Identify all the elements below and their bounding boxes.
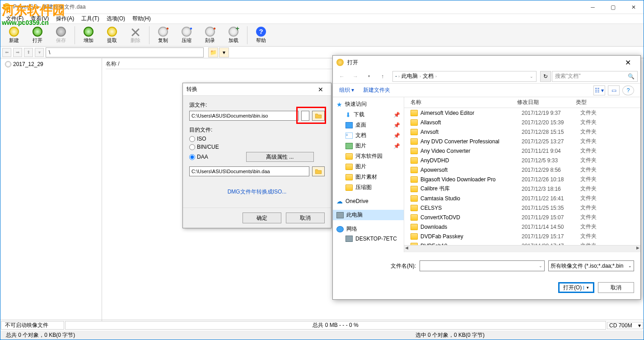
new-folder-button[interactable]: 新建文件夹 (363, 86, 390, 94)
toolbar-delete[interactable]: 删除 (124, 25, 147, 46)
file-row[interactable]: Allavsoft2017/12/20 15:39文件夹 (404, 118, 640, 127)
tree-documents[interactable]: ≡文档📌 (333, 130, 404, 141)
file-row[interactable]: Bigasoft Video Downloader Pro2017/12/26 … (404, 175, 640, 184)
file-row[interactable]: Camtasia Studio2017/11/22 16:41文件夹 (404, 194, 640, 203)
tree-compressed[interactable]: 压缩图 (333, 182, 404, 193)
open-nav-forward[interactable]: → (349, 71, 362, 82)
menu-tools[interactable]: 工具(T) (78, 14, 103, 24)
crumb-pc[interactable]: 此电脑 (401, 72, 418, 80)
toolbar-new[interactable]: 新建 (2, 25, 26, 46)
target-browse-button[interactable] (312, 166, 325, 176)
tree-pic-material[interactable]: 图片素材 (333, 172, 404, 182)
open-close-button[interactable]: ✕ (619, 58, 637, 67)
open-cancel-button[interactable]: 取消 (598, 282, 634, 293)
convert-ok-button[interactable]: 确定 (243, 212, 281, 223)
open-button[interactable]: 打开(O)▼ (558, 282, 594, 293)
close-button[interactable]: ✕ (623, 0, 644, 14)
horizontal-scrollbar[interactable] (404, 245, 640, 252)
open-tree: ★快速访问 ⬇下载📌 桌面📌 ≡文档📌 图片📌 河东软件园 图片 图片素材 压缩… (333, 97, 404, 252)
search-input[interactable]: 搜索"文档" 🔍 (552, 71, 638, 82)
breadcrumb[interactable]: › 此电脑 › 文档 › ⌄ (392, 71, 537, 82)
chevron-down-icon[interactable]: ⌄ (530, 74, 533, 79)
col-type[interactable]: 类型 (576, 99, 612, 106)
open-dropdown-icon[interactable]: ▼ (583, 286, 589, 290)
tree-quick-access[interactable]: ★快速访问 (333, 99, 404, 109)
radio-daa[interactable] (189, 154, 195, 160)
maximize-button[interactable]: ▢ (603, 0, 623, 14)
folder-icon (411, 119, 418, 126)
nav-folder-icon[interactable]: 📁 (208, 47, 218, 57)
tree-downloads[interactable]: ⬇下载📌 (333, 109, 404, 120)
file-row[interactable]: DVDFab102017/11/20 17:47文件夹 (404, 241, 640, 245)
file-row[interactable]: Anvsoft2017/12/28 15:15文件夹 (404, 127, 640, 137)
file-row[interactable]: CELSYS2017/11/25 15:35文件夹 (404, 203, 640, 212)
nav-up[interactable]: ⬆ (24, 48, 33, 57)
toolbar-open[interactable]: 打开 (26, 25, 49, 46)
source-dropdown[interactable] (301, 111, 309, 121)
minimize-button[interactable]: ─ (583, 0, 603, 14)
filename-input[interactable]: ⌄ (420, 260, 545, 271)
file-row[interactable]: Any DVD Converter Professional2017/12/25… (404, 137, 640, 146)
nav-back[interactable]: ⬅ (2, 48, 11, 57)
target-input[interactable] (189, 166, 309, 176)
file-row[interactable]: Apowersoft2017/12/29 8:56文件夹 (404, 165, 640, 175)
tree-hedong[interactable]: 河东软件园 (333, 151, 404, 161)
tree-onedrive[interactable]: ☁OneDrive (333, 196, 404, 206)
menu-options[interactable]: 选项(O) (103, 14, 129, 24)
toolbar-copy[interactable]: 复制 (151, 25, 175, 46)
open-nav-up[interactable]: ↑ (376, 71, 389, 82)
file-row[interactable]: DVDFab Passkey2017/11/29 15:17文件夹 (404, 231, 640, 241)
toolbar-add[interactable]: 增加 (77, 25, 100, 46)
column-headers: 名称 修改日期 类型 (404, 97, 640, 108)
source-input[interactable] (189, 111, 299, 121)
filetype-select[interactable]: 所有映像文件 (*.iso;*.daa;*.bin⌄ (548, 260, 634, 271)
organize-button[interactable]: 组织 ▾ (339, 86, 354, 94)
toolbar-compress[interactable]: 压缩 (175, 25, 198, 46)
toolbar-extract[interactable]: 提取 (100, 25, 124, 46)
view-mode-button[interactable]: ☷ ▾ (593, 85, 605, 95)
nav-view-icon[interactable]: ▾ (219, 47, 229, 57)
help-button[interactable]: ? (622, 85, 634, 95)
col-date[interactable]: 修改日期 (517, 99, 576, 106)
file-row[interactable]: Downloads2017/11/14 14:50文件夹 (404, 222, 640, 231)
file-row[interactable]: AnyDVDHD2017/12/5 9:33文件夹 (404, 156, 640, 165)
refresh-button[interactable]: ↻ (540, 71, 551, 82)
advanced-button[interactable]: 高级属性 ... (246, 152, 314, 162)
tree-pictures2[interactable]: 图片 (333, 161, 404, 172)
file-row[interactable]: Aimersoft Video Editor2017/12/19 9:37文件夹 (404, 108, 640, 118)
file-type: 文件夹 (580, 147, 616, 155)
file-row[interactable]: ConvertXToDVD2017/11/29 15:07文件夹 (404, 212, 640, 222)
radio-iso[interactable] (189, 136, 195, 142)
tree-network[interactable]: 网络 (333, 224, 404, 234)
menu-file[interactable]: 文件(F) (2, 14, 27, 24)
menu-action[interactable]: 操作(A) (52, 14, 78, 24)
file-row[interactable]: Calibre 书库2017/12/3 18:16文件夹 (404, 184, 640, 194)
toolbar-help[interactable]: ?帮助 (249, 25, 273, 46)
tree-desktop[interactable]: 桌面📌 (333, 120, 404, 130)
crumb-docs[interactable]: 文档 (423, 72, 434, 80)
toolbar-burn[interactable]: 刻录 (198, 25, 222, 46)
menu-help[interactable]: 帮助(H) (129, 14, 154, 24)
file-type: 文件夹 (580, 118, 616, 126)
path-input[interactable] (46, 47, 204, 57)
preview-button[interactable]: ▭ (608, 85, 620, 95)
tree-desktop-pc[interactable]: DESKTOP-7ETC (333, 234, 404, 243)
tree-this-pc[interactable]: 此电脑 (333, 210, 404, 220)
convert-close-button[interactable]: ✕ (314, 86, 327, 93)
source-browse-button[interactable] (312, 111, 325, 121)
open-nav-recent[interactable]: ▾ (363, 71, 375, 82)
convert-cancel-button[interactable]: 取消 (286, 212, 325, 223)
status-media[interactable]: CD 700M▾ (607, 322, 643, 329)
toolbar-mount[interactable]: 加载 (222, 25, 245, 46)
tree-root-node[interactable]: 2017_12_29 (2, 60, 100, 68)
dmg-link[interactable]: DMG文件年转换成ISO... (189, 182, 325, 202)
open-nav-back[interactable]: ← (336, 71, 348, 82)
file-row[interactable]: Any Video Converter2017/11/21 9:04文件夹 (404, 146, 640, 156)
tree-pictures[interactable]: 图片📌 (333, 141, 404, 151)
menu-view[interactable]: 查看(V) (27, 14, 52, 24)
radio-bincue[interactable] (189, 144, 195, 150)
nav-dropdown[interactable]: ▾ (35, 48, 44, 57)
nav-forward[interactable]: ➡ (13, 48, 22, 57)
toolbar-save[interactable]: 保存 (49, 25, 73, 46)
col-name[interactable]: 名称 (404, 99, 517, 106)
